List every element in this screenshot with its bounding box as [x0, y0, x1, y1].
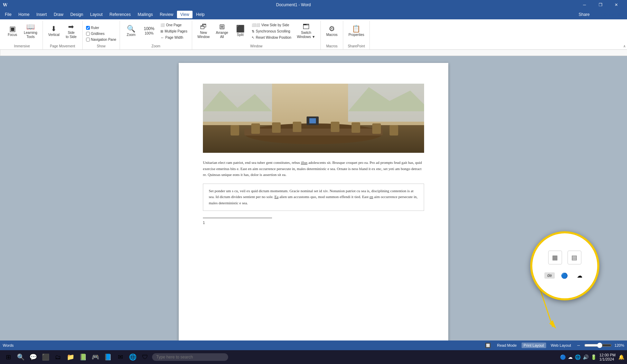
zoom-overlay-icons-row: ▦ ▤: [548, 251, 581, 264]
svg-rect-6: [272, 122, 281, 133]
minimize-button[interactable]: ─: [577, 0, 592, 10]
learning-tools-button[interactable]: 📖 LearningTools: [21, 21, 40, 41]
menu-layout[interactable]: Layout: [87, 11, 106, 18]
macros-button[interactable]: ⚙ Macros: [324, 21, 340, 41]
window-content: 🗗 NewWindow ⊞ ArrangeAll ⬛ Split ⬜⬜ View…: [195, 21, 318, 44]
document-image: [203, 84, 424, 153]
collapse-ribbon-button[interactable]: ∧: [623, 44, 626, 48]
show-group-label: Show: [85, 44, 117, 49]
zoom-label: Zoom: [127, 33, 136, 37]
one-page-button[interactable]: ⬜ One Page: [159, 22, 189, 28]
menu-home[interactable]: Home: [15, 11, 33, 18]
menu-references[interactable]: References: [106, 11, 134, 18]
learning-tools-icon: 📖: [26, 23, 35, 30]
conference-room-svg: [203, 84, 424, 153]
taskbar-word[interactable]: 📘: [102, 352, 113, 363]
page-width-button[interactable]: ↔ Page Width: [159, 35, 189, 40]
taskbar-folder[interactable]: 📁: [65, 352, 76, 363]
synchronous-scrolling-button[interactable]: ⇅ Synchronous Scrolling: [250, 28, 293, 34]
focus-label: Focus: [8, 33, 17, 37]
task-view-button[interactable]: 💬: [28, 352, 39, 363]
cloud-tray-icon[interactable]: ☁: [568, 354, 573, 360]
widgets-button[interactable]: ⬛: [40, 352, 51, 363]
document-divider: [203, 218, 272, 218]
web-layout-button[interactable]: Web Layout: [549, 343, 573, 348]
ribbon-group-macros: ⚙ Macros Macros: [321, 21, 343, 49]
properties-button[interactable]: 📋 Properties: [346, 21, 367, 41]
reset-window-position-button[interactable]: ↖ Reset Window Position: [250, 35, 293, 40]
taskbar-excel[interactable]: 📗: [77, 352, 88, 363]
side-to-side-button[interactable]: ➡ Sideto Side: [63, 21, 79, 41]
taskbar-browser[interactable]: 🌐: [127, 352, 138, 363]
properties-label: Properties: [348, 33, 364, 37]
close-button[interactable]: ✕: [608, 0, 624, 10]
taskbar-time: 12:00 PM1/1/2024: [599, 353, 616, 361]
ruler-checkbox-input[interactable]: [86, 26, 90, 30]
gridlines-checkbox-input[interactable]: [86, 32, 90, 36]
zoom-overlay-layout-icon[interactable]: ▤: [568, 251, 581, 264]
menu-help[interactable]: Help: [193, 11, 208, 18]
navigation-pane-checkbox[interactable]: Navigation Pane: [85, 37, 117, 42]
vertical-button[interactable]: ⬇ Vertical: [46, 21, 62, 41]
new-window-icon: 🗗: [200, 23, 207, 30]
zoom-slider[interactable]: [584, 343, 612, 348]
menu-design[interactable]: Design: [67, 11, 86, 18]
zoom-overlay-doc-icon[interactable]: ▦: [548, 251, 562, 264]
ruler-checkbox[interactable]: Ruler: [85, 26, 100, 30]
taskbar-file-explorer[interactable]: 🗂: [53, 352, 64, 363]
window-sub-group: ⬜⬜ View Side by Side ⇅ Synchronous Scrol…: [250, 21, 293, 40]
zoom-button[interactable]: 🔍 Zoom: [123, 21, 139, 41]
bluetooth-icon[interactable]: 🔵: [559, 270, 570, 281]
svg-marker-19: [549, 320, 556, 329]
split-button[interactable]: ⬛ Split: [232, 21, 249, 41]
switch-windows-label: SwitchWindows ▼: [297, 31, 315, 39]
menu-view[interactable]: View: [177, 11, 193, 18]
switch-windows-button[interactable]: 🗔 SwitchWindows ▼: [294, 21, 318, 41]
navigation-pane-checkbox-input[interactable]: [86, 38, 90, 41]
comments-button[interactable]: Comments: [597, 10, 626, 19]
focus-status-button[interactable]: 🔲: [484, 342, 492, 349]
menu-mailings[interactable]: Mailings: [134, 11, 156, 18]
taskbar-email[interactable]: ✉: [115, 352, 126, 363]
menu-file[interactable]: File: [1, 11, 15, 18]
network-icon[interactable]: 🌐: [575, 354, 581, 360]
side-to-side-icon: ➡: [68, 23, 74, 30]
start-button[interactable]: ⊞: [3, 352, 14, 363]
arrange-all-button[interactable]: ⊞ ArrangeAll: [213, 21, 231, 41]
ruler-markings: [0, 50, 627, 56]
split-label: Split: [237, 33, 243, 37]
ribbon-group-immersive-content: ▣ Focus 📖 LearningTools: [4, 21, 40, 44]
bluetooth-tray-icon[interactable]: 🔵: [560, 354, 566, 360]
word-count: Words: [3, 343, 14, 347]
taskbar: ⊞ 🔍 💬 ⬛ 🗂 📁 📗 🎮 📘 ✉ 🌐 🛡 🔵 ☁ 🌐 🔊 🔋 12:00 …: [0, 350, 627, 364]
page-movement-content: ⬇ Vertical ➡ Sideto Side: [46, 21, 79, 44]
taskbar-search-input[interactable]: [152, 353, 228, 361]
macros-icon: ⚙: [329, 25, 335, 32]
taskbar-game[interactable]: 🎮: [90, 352, 101, 363]
cloud-icon[interactable]: ☁: [574, 270, 585, 281]
focus-button[interactable]: ▣ Focus: [4, 21, 21, 41]
zoom-100-button[interactable]: 100% 100%: [141, 21, 157, 41]
print-layout-button[interactable]: Print Layout: [522, 343, 546, 348]
new-window-button[interactable]: 🗗 NewWindow: [195, 21, 212, 41]
view-side-by-side-button[interactable]: ⬜⬜ View Side by Side: [250, 22, 293, 28]
search-button[interactable]: 🔍: [15, 352, 26, 363]
notification-icon[interactable]: 🔔: [618, 354, 624, 360]
title-bar-title: Document1 - Word: [10, 2, 577, 7]
svg-rect-8: [331, 122, 339, 132]
svg-rect-7: [293, 122, 301, 132]
multiple-pages-button[interactable]: ⊞ Multiple Pages: [159, 28, 189, 34]
taskbar-shield[interactable]: 🛡: [140, 352, 151, 363]
menu-insert[interactable]: Insert: [33, 11, 50, 18]
battery-icon[interactable]: 🔋: [591, 354, 597, 360]
restore-button[interactable]: ❐: [592, 0, 608, 10]
page-width-icon: ↔: [160, 36, 164, 39]
properties-icon: 📋: [352, 25, 361, 32]
menu-draw[interactable]: Draw: [50, 11, 67, 18]
window-group-label: Window: [195, 44, 318, 49]
volume-icon[interactable]: 🔊: [583, 354, 589, 360]
gridlines-checkbox[interactable]: Gridlines: [85, 31, 105, 36]
read-mode-button[interactable]: Read Mode: [495, 343, 519, 348]
menu-review[interactable]: Review: [156, 11, 177, 18]
share-button[interactable]: Share: [574, 11, 594, 18]
